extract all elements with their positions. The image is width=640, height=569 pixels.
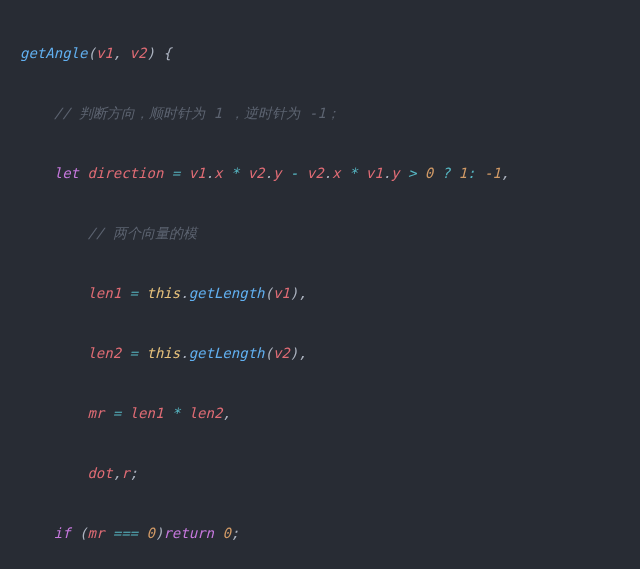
code-line: if (mr === 0)return 0; — [20, 518, 640, 548]
code-line: // 判断方向，顺时针为 1 ，逆时针为 -1； — [20, 98, 640, 128]
comment: // 判断方向，顺时针为 1 ，逆时针为 -1； — [54, 105, 340, 121]
comment: // 两个向量的模 — [87, 225, 196, 241]
code-line: dot,r; — [20, 458, 640, 488]
function-name: getAngle — [20, 45, 87, 61]
code-line: mr = len1 * len2, — [20, 398, 640, 428]
code-line: let direction = v1.x * v2.y - v2.x * v1.… — [20, 158, 640, 188]
code-line: len1 = this.getLength(v1), — [20, 278, 640, 308]
code-line: getAngle(v1, v2) { — [20, 38, 640, 68]
code-editor: getAngle(v1, v2) { // 判断方向，顺时针为 1 ，逆时针为 … — [0, 0, 640, 569]
code-line: // 两个向量的模 — [20, 218, 640, 248]
code-line: len2 = this.getLength(v2), — [20, 338, 640, 368]
